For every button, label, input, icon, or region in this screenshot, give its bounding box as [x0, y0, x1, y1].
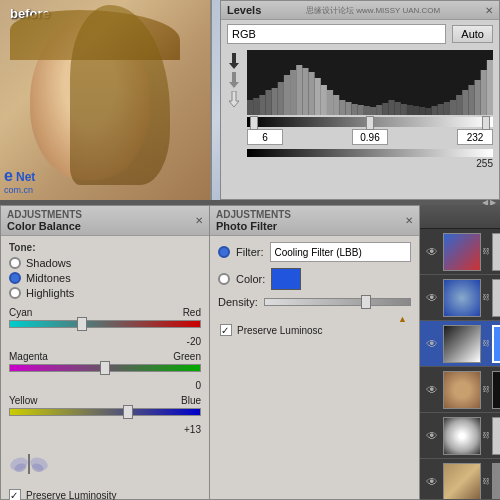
svg-rect-9	[284, 75, 290, 115]
layer-thumbnail-box-pf1: ⛓	[443, 279, 500, 317]
svg-rect-26	[388, 100, 394, 115]
adj-label-right: ADJUSTMENTS	[216, 209, 291, 220]
levels-close[interactable]: ✕	[485, 5, 493, 16]
chain-icon-girl: ⛓	[481, 475, 491, 489]
svg-rect-22	[364, 106, 370, 115]
yellow-blue-handle[interactable]	[123, 405, 133, 419]
levels-title-bar: Levels 思缘设计论坛 www.MISSY UAN.COM ✕	[221, 1, 499, 20]
tone-highlights[interactable]: Highlights	[9, 287, 201, 299]
tone-section: Tone: Shadows Midtones Highlights C	[1, 236, 209, 445]
layer-mask-girl	[492, 463, 500, 500]
filter-radio[interactable]	[218, 246, 230, 258]
radio-highlights[interactable]	[9, 287, 21, 299]
layer-thumb-sharpen	[443, 417, 481, 455]
color-balance-title-bar: ADJUSTMENTS Color Balance ✕	[1, 206, 209, 236]
eyedropper-white-icon[interactable]	[227, 91, 241, 107]
radio-midtones[interactable]	[9, 272, 21, 284]
svg-rect-29	[407, 105, 413, 115]
yellow-blue-slider[interactable]	[9, 408, 201, 416]
input-levels-slider[interactable]	[247, 117, 493, 127]
eye-icon-blurred[interactable]: 👁	[424, 382, 440, 398]
layer-mask-pf1	[492, 279, 500, 317]
eyedropper-black-icon[interactable]	[227, 53, 241, 69]
histogram	[247, 50, 493, 115]
eye-icon-sharpen[interactable]: 👁	[424, 428, 440, 444]
color-radio[interactable]	[218, 273, 230, 285]
svg-rect-42	[487, 60, 493, 115]
preserve-luminosity-checkbox[interactable]: ✓	[220, 324, 232, 336]
white-point-input[interactable]: 232	[457, 129, 493, 145]
yellow-blue-labels: Yellow Blue	[9, 395, 201, 406]
black-point-handle[interactable]	[250, 116, 258, 130]
svg-rect-3	[247, 100, 253, 115]
yellow-blue-value: +13	[9, 424, 201, 435]
eye-icon-cb1[interactable]: 👁	[424, 244, 440, 260]
layer-thumbnail-box-girl: ⛓	[443, 463, 500, 500]
levels-title: Levels	[227, 4, 261, 16]
eye-icon-pf1[interactable]: 👁	[424, 290, 440, 306]
levels-channel-select[interactable]: RGB	[227, 24, 446, 44]
preserve-checkbox[interactable]: ✓	[9, 489, 21, 500]
layer-thumbnail-box-blurred: ⛓	[443, 371, 500, 409]
layers-header: Opacity: 255	[420, 206, 500, 229]
output-levels-slider[interactable]	[247, 149, 493, 157]
radio-shadows[interactable]	[9, 257, 21, 269]
mid-point-handle[interactable]	[366, 116, 374, 130]
white-point-handle[interactable]	[482, 116, 490, 130]
tone-midtones[interactable]: Midtones	[9, 272, 201, 284]
density-slider[interactable]	[264, 298, 411, 306]
layer-mask-sharpen	[492, 417, 500, 455]
density-handle[interactable]	[361, 295, 371, 309]
layer-blurred[interactable]: 👁 ⛓ blurred	[420, 367, 500, 413]
layer-thumb-girl	[443, 463, 481, 500]
preserve-label: Preserve Luminosity	[26, 490, 117, 501]
mid-point-input[interactable]: 0.96	[352, 129, 388, 145]
eye-icon-girl[interactable]: 👁	[424, 474, 440, 490]
black-point-input[interactable]: 6	[247, 129, 283, 145]
photo-filter-panel: ADJUSTMENTS Photo Filter ✕ Filter: Cooli…	[210, 205, 420, 500]
chain-icon-pf1: ⛓	[481, 291, 491, 305]
svg-rect-5	[259, 95, 265, 115]
cyan-red-handle[interactable]	[77, 317, 87, 331]
layer-thumb-pf1	[443, 279, 481, 317]
svg-rect-38	[462, 90, 468, 115]
layer-color-balance-1[interactable]: 👁 ⛓ Color Balance 1	[420, 229, 500, 275]
tone-shadows[interactable]: Shadows	[9, 257, 201, 269]
svg-rect-4	[253, 98, 259, 115]
chain-icon-cb1: ⛓	[481, 245, 491, 259]
butterfly-icon	[9, 449, 49, 479]
svg-rect-13	[309, 72, 315, 115]
levels-auto-button[interactable]: Auto	[452, 25, 493, 43]
layer-mask-blurred	[492, 371, 500, 409]
layer-photo-filter-1[interactable]: 👁 ⛓ Photo Filter 1	[420, 275, 500, 321]
layer-mask-cb1	[492, 233, 500, 271]
layer-sharpen[interactable]: 👁 ⛓ Sharpen	[420, 413, 500, 459]
photo-filter-title: Photo Filter	[216, 220, 291, 232]
chain-icon-lv1: ⛓	[481, 337, 491, 351]
svg-rect-10	[290, 70, 296, 115]
svg-marker-0	[229, 53, 239, 69]
svg-rect-33	[432, 106, 438, 115]
color-label: Color:	[236, 273, 265, 285]
svg-rect-37	[456, 95, 462, 115]
svg-marker-1	[229, 72, 239, 88]
chain-icon-sharpen: ⛓	[481, 429, 491, 443]
eye-icon-lv1[interactable]: 👁	[424, 336, 440, 352]
layer-girl-violin[interactable]: 👁 ⛓ girl with violin	[420, 459, 500, 499]
pf-close[interactable]: ✕	[405, 215, 413, 226]
eyedropper-gray-icon[interactable]	[227, 72, 241, 88]
color-swatch[interactable]	[271, 268, 301, 290]
svg-rect-30	[413, 106, 419, 115]
layer-levels-1[interactable]: 👁 ⛓ Levels 1	[420, 321, 500, 367]
svg-rect-36	[450, 100, 456, 115]
density-label: Density:	[218, 296, 258, 308]
svg-rect-28	[401, 104, 407, 115]
magenta-green-handle[interactable]	[100, 361, 110, 375]
layers-list: 👁 ⛓ Color Balance 1 👁 ⛓ Photo Filter 1	[420, 229, 500, 499]
layers-panel: Opacity: 255 👁 ⛓ Color Balance 1 👁	[420, 205, 500, 500]
magenta-green-slider[interactable]	[9, 364, 201, 372]
cyan-red-slider[interactable]	[9, 320, 201, 328]
filter-select[interactable]: Cooling Filter (LBB)	[270, 242, 412, 262]
cb-close[interactable]: ✕	[195, 215, 203, 226]
preserve-luminosity-row: ✓ Preserve Luminosity	[1, 489, 209, 500]
